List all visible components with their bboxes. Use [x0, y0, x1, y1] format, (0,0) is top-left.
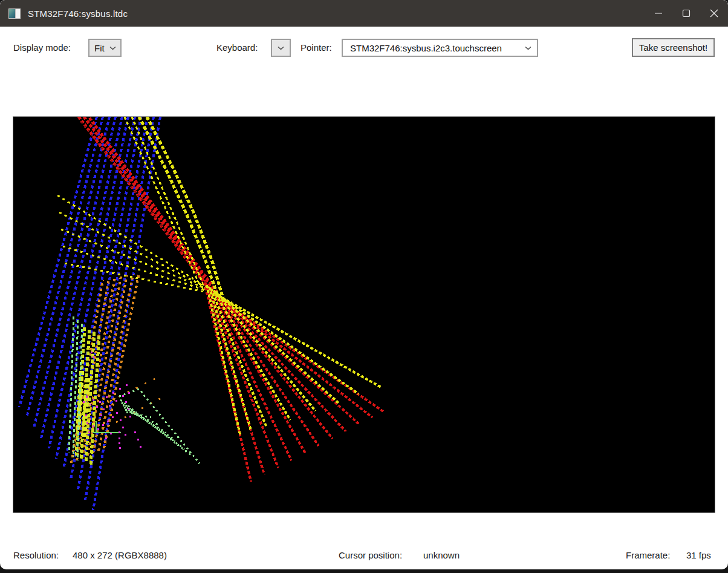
display-mode-select[interactable]: Fit: [88, 39, 122, 57]
display-mode-value: Fit: [94, 43, 105, 53]
cursor-position-value: unknown: [423, 546, 460, 565]
titlebar: STM32F746:sysbus.ltdc: [0, 0, 728, 27]
toolbar: Display mode: Fit Keyboard: Pointer: STM…: [0, 27, 728, 65]
app-icon-left-pane: [9, 9, 15, 18]
minimize-button[interactable]: [645, 0, 672, 27]
framerate-value: 31 fps: [686, 546, 711, 565]
ltdc-framebuffer[interactable]: [13, 117, 715, 512]
take-screenshot-button[interactable]: Take screenshot!: [632, 38, 715, 57]
window-controls: [645, 0, 728, 27]
chevron-down-icon: [109, 46, 116, 50]
pointer-label: Pointer:: [301, 39, 332, 57]
framerate-label: Framerate:: [626, 546, 670, 565]
app-window: STM32F746:sysbus.ltdc Display mode: Fit …: [0, 0, 728, 569]
close-icon: [709, 8, 719, 18]
app-window-icon: [8, 8, 21, 19]
pointer-select[interactable]: STM32F746:sysbus.i2c3.touchscreen: [342, 39, 538, 57]
pointer-value: STM32F746:sysbus.i2c3.touchscreen: [350, 43, 502, 53]
app-icon-right-pane: [15, 9, 20, 18]
keyboard-label: Keyboard:: [216, 39, 258, 57]
display-mode-label: Display mode:: [13, 39, 71, 57]
close-button[interactable]: [700, 0, 728, 27]
maximize-icon: [681, 8, 691, 18]
minimize-icon: [654, 8, 663, 18]
resolution-label: Resolution:: [13, 546, 59, 565]
chevron-down-icon: [525, 46, 531, 50]
maximize-button[interactable]: [672, 0, 700, 27]
resolution-value: 480 x 272 (RGBX8888): [73, 546, 167, 565]
keyboard-select[interactable]: [271, 39, 291, 57]
cursor-position-label: Cursor position:: [339, 546, 402, 565]
display-canvas[interactable]: [13, 116, 715, 513]
chevron-down-icon: [278, 46, 284, 50]
window-title: STM32F746:sysbus.ltdc: [28, 8, 128, 19]
statusbar: Resolution: 480 x 272 (RGBX8888) Cursor …: [0, 546, 728, 565]
